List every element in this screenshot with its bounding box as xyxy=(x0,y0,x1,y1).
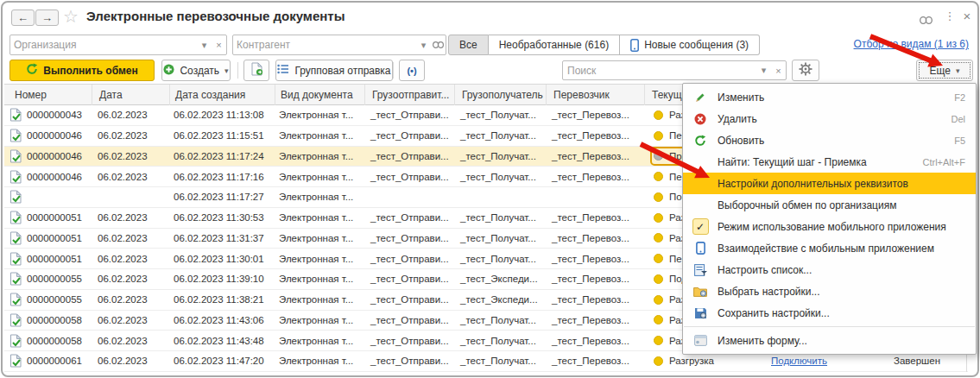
cell-date[interactable]: 06.02.2023 xyxy=(98,167,148,186)
cell-date[interactable]: 06.02.2023 xyxy=(98,331,148,350)
menu-item-mobile-mode[interactable]: ✓Режим использование мобильного приложен… xyxy=(683,216,976,237)
search-field[interactable]: ▾ × xyxy=(562,60,787,80)
cell-date[interactable]: 06.02.2023 xyxy=(98,126,148,146)
cell-sender[interactable]: _тест_Отправи... xyxy=(370,147,449,167)
cell-doc-kind[interactable]: Электронная т... xyxy=(279,290,353,310)
cell-number[interactable]: 0000000046 xyxy=(27,147,82,167)
open-link-icon[interactable] xyxy=(431,40,446,50)
menu-item-mobile-interaction[interactable]: Взаимодействие с мобильным приложением xyxy=(683,237,976,259)
cell-carrier[interactable]: _тест_Перевоз... xyxy=(552,269,629,289)
cell-carrier[interactable]: _тест_Перевоз... xyxy=(552,351,629,371)
cell-doc-kind[interactable]: Электронная т... xyxy=(279,105,353,125)
column-header-carrier[interactable]: Перевозчик xyxy=(547,85,645,105)
organization-input[interactable] xyxy=(10,39,197,51)
cell-carrier[interactable]: _тест_Перевоз... xyxy=(552,290,629,310)
create-button[interactable]: Создать ▾ xyxy=(161,60,231,81)
cell-created[interactable]: 06.02.2023 11:30:53 xyxy=(174,208,264,228)
cell-carrier[interactable]: _тест_Перевоз... xyxy=(552,311,629,331)
close-icon[interactable]: × xyxy=(959,9,975,24)
menu-item-configure-list[interactable]: Настроить список... xyxy=(683,259,976,280)
cell-receiver[interactable]: _тест_Экспеди... xyxy=(460,269,538,289)
cell-sender[interactable]: _тест_Отправи... xyxy=(370,311,449,331)
cell-created[interactable]: 06.02.2023 11:39:10 xyxy=(174,269,264,289)
cell-number[interactable]: 0000000051 xyxy=(27,249,82,268)
cell-created[interactable]: 06.02.2023 11:43:06 xyxy=(174,311,264,331)
cell-number[interactable]: 0000000043 xyxy=(27,105,82,125)
tab-new-messages[interactable]: Новые сообщения (3) xyxy=(620,35,760,55)
cell-sender[interactable]: _тест_Отправи... xyxy=(370,290,449,310)
cell-number[interactable]: 0000000051 xyxy=(27,229,82,249)
clear-icon[interactable]: × xyxy=(212,40,226,50)
contractor-input[interactable] xyxy=(233,39,416,51)
cell-carrier[interactable]: _тест_Перевоз... xyxy=(552,229,629,249)
cell-created[interactable]: 06.02.2023 11:47:20 xyxy=(174,351,264,371)
cell-receiver[interactable]: _тест_Получат... xyxy=(460,351,536,371)
column-header-created[interactable]: Дата создания xyxy=(170,85,275,105)
cell-date[interactable]: 06.02.2023 xyxy=(98,290,148,310)
column-header-date[interactable]: Дата xyxy=(92,85,170,105)
cell-sender[interactable]: _тест_Отправи... xyxy=(370,351,449,371)
cell-receiver[interactable]: _тест_Экспеди... xyxy=(460,290,538,310)
cell-date[interactable]: 06.02.2023 xyxy=(98,147,148,167)
cell-created[interactable]: 06.02.2023 11:17:27 xyxy=(174,187,264,207)
cell-number[interactable]: 0000000058 xyxy=(27,311,82,331)
column-header-number[interactable]: Номер xyxy=(4,85,92,105)
cell-sender[interactable]: _тест_Отправи... xyxy=(370,105,449,125)
column-header-doc-kind[interactable]: Вид документа xyxy=(275,85,365,105)
favorite-star-icon[interactable]: ☆ xyxy=(63,6,79,27)
cell-sender[interactable]: _тест_Отправи... xyxy=(370,126,449,146)
send-document-button[interactable] xyxy=(243,60,269,81)
cell-doc-kind[interactable]: Электронная т... xyxy=(279,249,353,268)
clear-icon[interactable]: × xyxy=(771,66,786,76)
menu-item-choose-settings[interactable]: Выбрать настройки... xyxy=(683,280,976,302)
window-menu-icon[interactable]: ⋮ xyxy=(942,9,958,24)
chevron-down-icon[interactable]: ▾ xyxy=(756,65,771,76)
cell-doc-kind[interactable]: Электронная т... xyxy=(279,331,353,350)
column-header-receiver[interactable]: Грузополучатель xyxy=(455,85,547,105)
cell-sender[interactable]: _тест_Отправи... xyxy=(370,208,449,228)
group-send-button[interactable]: Групповая отправка xyxy=(275,60,393,81)
more-button[interactable]: Еще ▾ xyxy=(916,60,973,81)
cell-created[interactable]: 06.02.2023 11:38:21 xyxy=(174,290,264,310)
cell-receiver[interactable]: _тест_Получат... xyxy=(460,126,536,146)
cell-carrier[interactable]: _тест_Перевоз... xyxy=(552,126,629,146)
organization-field[interactable]: ▾ × xyxy=(9,35,227,55)
chevron-down-icon[interactable]: ▾ xyxy=(197,40,212,51)
cell-doc-kind[interactable]: Электронная т... xyxy=(279,208,353,228)
cell-doc-kind[interactable]: Электронная т... xyxy=(279,126,353,146)
filter-by-kind-link[interactable]: Отбор по видам (1 из 6) xyxy=(854,38,969,50)
tab-unprocessed[interactable]: Необработанные (616) xyxy=(489,35,620,55)
cell-sender[interactable]: _тест_Отправи... xyxy=(370,249,449,268)
menu-item-find[interactable]: Найти: Текущий шаг - ПриемкаCtrl+Alt+F xyxy=(683,151,976,173)
chevron-down-icon[interactable]: ▾ xyxy=(416,40,431,51)
cell-carrier[interactable]: _тест_Перевоз... xyxy=(552,208,629,228)
tab-all[interactable]: Все xyxy=(448,35,489,55)
cell-doc-kind[interactable]: Электронная т... xyxy=(279,351,353,371)
broadcast-button[interactable]: (•) xyxy=(399,60,425,81)
cell-date[interactable]: 06.02.2023 xyxy=(98,208,148,228)
menu-item-additional-attributes[interactable]: Настройки дополнительных реквизитов xyxy=(683,173,976,194)
menu-item-refresh[interactable]: ОбновитьF5 xyxy=(683,129,976,151)
cell-number[interactable]: 0000000051 xyxy=(27,208,82,228)
cell-number[interactable]: 0000000058 xyxy=(27,331,82,350)
search-input[interactable] xyxy=(563,65,756,77)
cell-created[interactable]: 06.02.2023 11:30:01 xyxy=(174,249,264,268)
contractor-field[interactable]: ▾ xyxy=(232,35,446,55)
cell-receiver[interactable]: _тест_Получат... xyxy=(460,311,536,331)
cell-number[interactable]: 0000000061 xyxy=(27,351,82,371)
menu-item-edit[interactable]: ИзменитьF2 xyxy=(683,86,976,108)
cell-doc-kind[interactable]: Электронная т... xyxy=(279,311,353,331)
cell-receiver[interactable]: _тест_Получат... xyxy=(460,229,536,249)
cell-doc-kind[interactable]: Электронная т... xyxy=(279,229,353,249)
cell-sender[interactable]: _тест_Отправи... xyxy=(370,331,449,350)
cell-date[interactable]: 06.02.2023 xyxy=(98,105,148,125)
settings-gear-button[interactable] xyxy=(792,60,819,81)
cell-receiver[interactable]: _тест_Получат... xyxy=(460,167,536,186)
cell-sender[interactable]: _тест_Отправи... xyxy=(370,269,449,289)
cell-carrier[interactable]: _тест_Перевоз... xyxy=(552,167,629,186)
menu-item-edit-form[interactable]: Изменить форму... xyxy=(683,330,976,351)
cell-receiver[interactable]: _тест_Получат... xyxy=(460,249,536,268)
cell-created[interactable]: 06.02.2023 11:17:24 xyxy=(174,147,264,167)
cell-receiver[interactable]: _тест_Получат... xyxy=(460,147,536,167)
cell-date[interactable]: 06.02.2023 xyxy=(98,249,148,268)
